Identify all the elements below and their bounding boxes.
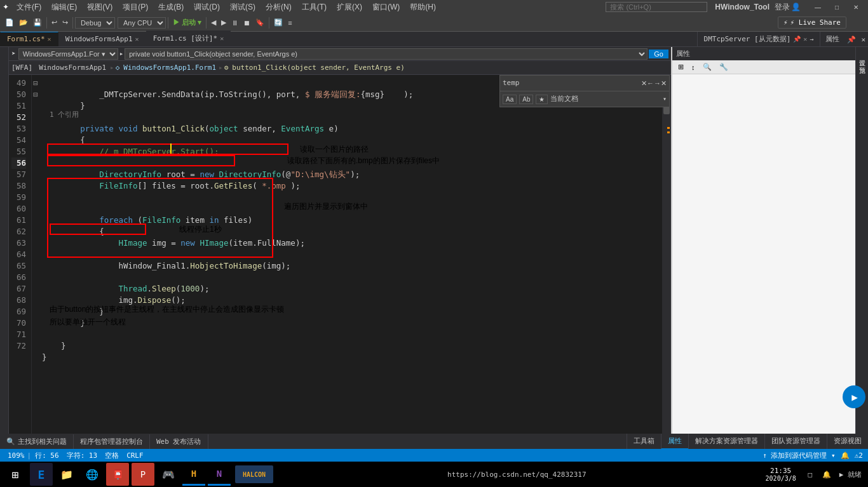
taskbar-item-browser[interactable]: 🌐 — [81, 463, 104, 486]
taskbar-item-edge[interactable]: E — [30, 463, 53, 486]
find-label: 主找到相关问题 — [18, 437, 67, 446]
bottom-tab-find[interactable]: 🔍 主找到相关问题 — [0, 434, 74, 449]
open-file-button[interactable]: 📂 — [17, 17, 31, 28]
method-select[interactable]: private void button1_Click(object sender… — [125, 48, 648, 60]
bottom-tab-web[interactable]: Web 发布活动 — [150, 434, 208, 449]
line-numbers: 4950515253 5455565758 5960616263 6465666… — [9, 75, 32, 449]
namespace-select[interactable]: WindowsFormsApp1.For ▾ — [18, 48, 118, 60]
toolbar-extra-2[interactable]: ▶ — [219, 17, 229, 28]
close-button[interactable]: ✕ — [846, 0, 865, 14]
props-sort-button[interactable]: ↕ — [688, 62, 698, 72]
bookmark-button[interactable]: 🔖 — [253, 17, 267, 28]
find-close-button[interactable]: ✕ — [641, 79, 647, 88]
toolbar-extra-3[interactable]: ⏸ — [229, 18, 241, 28]
go-button[interactable]: Go — [649, 50, 668, 58]
tab-form1cs-close[interactable]: ✕ — [48, 36, 51, 43]
vertical-tab-preview[interactable]: 预览 — [857, 60, 868, 65]
menu-debug[interactable]: 调试(D) — [189, 1, 225, 14]
tab-design-close[interactable]: ✕ — [220, 35, 224, 42]
tab-windowsformsapp1[interactable]: WindowsFormsApp1 ✕ — [58, 32, 146, 46]
live-share-button[interactable]: ⚡ ⚡ Live Share — [778, 17, 846, 29]
menu-analyze[interactable]: 分析(N) — [261, 1, 297, 14]
menu-build[interactable]: 生成(B) — [153, 1, 189, 14]
find-aa-button[interactable]: Aa — [503, 95, 517, 104]
menu-edit[interactable]: 编辑(E) — [46, 1, 82, 14]
code-lines[interactable]: _DMTcpServer.SendData(ip.ToString(), por… — [39, 75, 662, 449]
taskbar-item-halcon[interactable]: H — [182, 463, 205, 486]
settings-button[interactable]: ≡ — [285, 18, 294, 28]
bottom-tab-props[interactable]: 属性 — [661, 434, 688, 450]
find-collapse-button[interactable]: ✕ — [661, 79, 667, 88]
tab-form1design[interactable]: Form1.cs [设计]* ✕ — [146, 30, 231, 46]
properties-panel-toggle[interactable]: 属性 — [820, 32, 844, 46]
system-tray[interactable]: □ — [803, 462, 818, 487]
file-tab-method[interactable]: button1_Click(object sender, EventArgs e… — [229, 62, 407, 73]
refresh-button[interactable]: 🔄 — [271, 17, 285, 28]
undo-button[interactable]: ↩ — [49, 17, 60, 28]
bottom-tab-pkg[interactable]: 程序包管理器控制台 — [74, 434, 150, 449]
props-search-button[interactable]: 🔍 — [700, 62, 715, 72]
start-button[interactable]: ▶ 启动 ▾ — [170, 17, 204, 29]
menu-extensions[interactable]: 扩展(X) — [332, 1, 367, 14]
bottom-tab-solution[interactable]: 解决方案资源管理器 — [688, 434, 764, 450]
vertical-tab-settings[interactable]: 设置 — [857, 52, 868, 57]
find-star-button[interactable]: ★ — [536, 95, 548, 104]
tab-wfa-close[interactable]: ✕ — [135, 36, 139, 43]
taskbar-item-mail[interactable]: 📮 — [106, 463, 129, 486]
taskbar-terminal[interactable]: ▶ 就绪 — [836, 463, 865, 486]
bottom-tab-toolbox[interactable]: 工具箱 — [627, 434, 661, 450]
notification-icon[interactable]: 🔔 — [841, 451, 850, 460]
taskbar-item-ppt[interactable]: P — [132, 463, 154, 486]
status-crlf: CRLF — [123, 451, 147, 460]
file-tab-form[interactable]: WindowsFormsApp1.Form1 — [121, 62, 219, 73]
props-grid-button[interactable]: ⊞ — [675, 62, 687, 72]
play-button[interactable]: ▶ — [843, 385, 865, 408]
login-label[interactable]: 登录 — [775, 2, 790, 13]
start-button[interactable]: ⊞ — [3, 462, 28, 487]
tab-dmt-server[interactable]: DMTcpServer [从元数据] 📌 ✕ → — [697, 32, 820, 46]
find-ab-button[interactable]: Ab — [519, 95, 533, 104]
toolbar-extra-4[interactable]: ⏹ — [241, 18, 253, 28]
bottom-tab-resources[interactable]: 资源视图 — [827, 434, 868, 450]
file-tab-wfa[interactable]: WindowsFormsApp1 — [35, 62, 110, 73]
props-wrench-button[interactable]: 🔧 — [716, 62, 731, 72]
notification-center[interactable]: 🔔 — [819, 462, 834, 487]
taskbar-item-explorer[interactable]: 📁 — [55, 463, 78, 486]
clock-time: 21:35 — [770, 467, 791, 475]
properties-content — [672, 74, 855, 449]
menu-file[interactable]: 文件(F) — [11, 1, 46, 14]
debug-config-select[interactable]: Debug — [75, 17, 115, 29]
menu-test[interactable]: 测试(S) — [225, 1, 261, 14]
taskbar-item-vs[interactable]: N — [208, 463, 231, 486]
find-dropdown-icon[interactable]: ▾ — [663, 93, 667, 105]
menu-tools[interactable]: 工具(T) — [297, 1, 332, 14]
save-button[interactable]: 💾 — [31, 17, 44, 28]
search-input[interactable] — [606, 2, 707, 12]
editor-scrollbar[interactable] — [662, 75, 671, 449]
minimize-button[interactable]: — — [808, 0, 827, 14]
new-file-button[interactable]: 📄 — [3, 17, 17, 28]
pin-icon[interactable]: 📌 — [793, 36, 801, 43]
taskbar-item-game[interactable]: 🎮 — [157, 463, 180, 486]
tab-dmt-close[interactable]: ✕ — [803, 36, 807, 43]
tab-form1cs[interactable]: Form1.cs* ✕ — [0, 32, 58, 46]
panel-close[interactable]: ✕ — [858, 33, 868, 46]
find-next-button[interactable]: → — [654, 79, 661, 87]
source-control-label[interactable]: ↑ 添加到源代码管理 ▾ — [763, 451, 836, 460]
error-count[interactable]: ⚠2 — [855, 451, 863, 460]
toolbar-extra-1[interactable]: ◀ — [208, 17, 219, 28]
menu-view[interactable]: 视图(V) — [82, 1, 118, 14]
maximize-button[interactable]: □ — [827, 0, 846, 14]
find-current-doc[interactable]: 当前文档 — [550, 93, 660, 105]
cpu-config-select[interactable]: Any CPU — [118, 17, 166, 29]
menu-window[interactable]: 窗口(W) — [367, 1, 405, 14]
file-tab-icon1: [WFA] — [11, 63, 32, 72]
find-prev-button[interactable]: ← — [647, 79, 654, 87]
tab-dmt-nav[interactable]: → — [810, 36, 813, 43]
code-area[interactable]: 4950515253 5455565758 5960616263 6465666… — [9, 75, 671, 449]
menu-project[interactable]: 项目(P) — [118, 1, 153, 14]
panel-pin[interactable]: 📌 — [844, 33, 858, 46]
redo-button[interactable]: ↪ — [60, 17, 71, 28]
menu-help[interactable]: 帮助(H) — [405, 1, 441, 14]
bottom-tab-team[interactable]: 团队资源管理器 — [764, 434, 827, 450]
